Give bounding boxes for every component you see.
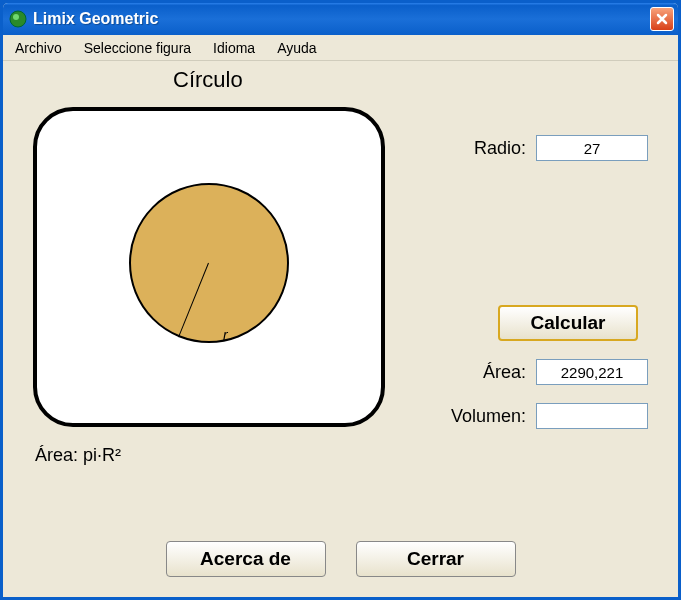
radius-letter: r bbox=[223, 327, 228, 343]
about-button[interactable]: Acerca de bbox=[166, 541, 326, 577]
area-row: Área: bbox=[456, 359, 648, 385]
area-output[interactable] bbox=[536, 359, 648, 385]
content-area: Círculo r Área: pi·R² Radio: Calcular Ár… bbox=[3, 61, 678, 597]
area-formula: Área: pi·R² bbox=[35, 445, 121, 466]
close-icon bbox=[655, 12, 669, 26]
window-close-button[interactable] bbox=[650, 7, 674, 31]
volume-row: Volumen: bbox=[440, 403, 648, 429]
radio-input[interactable] bbox=[536, 135, 648, 161]
menu-language[interactable]: Idioma bbox=[209, 38, 259, 58]
radio-row: Radio: bbox=[456, 135, 648, 161]
calculate-button[interactable]: Calcular bbox=[498, 305, 638, 341]
menu-bar: Archivo Seleccione figura Idioma Ayuda bbox=[3, 35, 678, 61]
title-bar: Limix Geometric bbox=[3, 3, 678, 35]
menu-file[interactable]: Archivo bbox=[11, 38, 66, 58]
app-icon bbox=[9, 10, 27, 28]
app-window: Limix Geometric Archivo Seleccione figur… bbox=[0, 0, 681, 600]
area-label: Área: bbox=[456, 362, 526, 383]
shape-title: Círculo bbox=[173, 67, 243, 93]
shape-canvas: r bbox=[33, 107, 385, 427]
bottom-button-row: Acerca de Cerrar bbox=[3, 541, 678, 577]
menu-help[interactable]: Ayuda bbox=[273, 38, 320, 58]
svg-point-1 bbox=[13, 14, 19, 20]
close-button[interactable]: Cerrar bbox=[356, 541, 516, 577]
volume-label: Volumen: bbox=[440, 406, 526, 427]
volume-output[interactable] bbox=[536, 403, 648, 429]
window-title: Limix Geometric bbox=[33, 10, 650, 28]
radio-label: Radio: bbox=[456, 138, 526, 159]
menu-select-shape[interactable]: Seleccione figura bbox=[80, 38, 195, 58]
